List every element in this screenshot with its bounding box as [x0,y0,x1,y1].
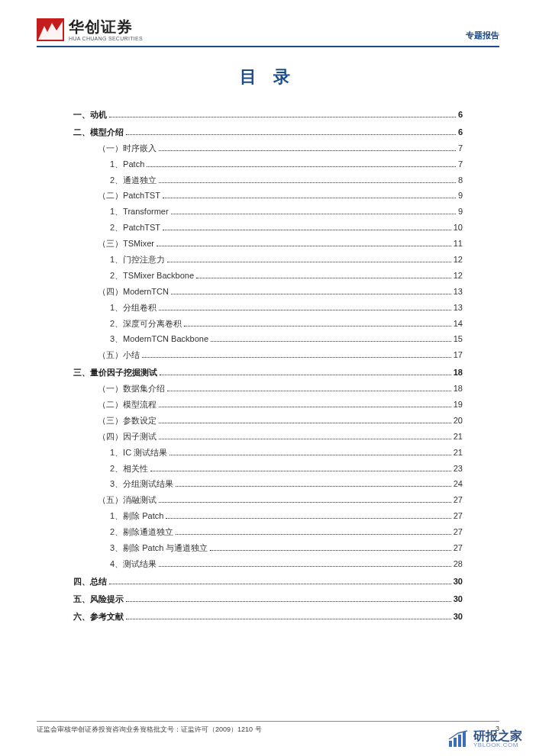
footer-license: 证监会审核华创证券投资咨询业务资格批文号：证监许可（2009）1210 号 [37,725,262,735]
toc-entry[interactable]: （一）时序嵌入7 [98,140,463,156]
toc-entry[interactable]: 三、量价因子挖掘测试18 [73,365,463,381]
toc-entry[interactable]: （三）参数设定20 [98,413,463,429]
watermark-icon [447,730,469,748]
toc-leader-dots [163,198,456,198]
toc-entry[interactable]: 1、Patch7 [110,156,463,172]
toc-leader-dots [109,117,456,117]
toc-entry-label: 2、PatchTST [110,220,160,236]
toc-entry[interactable]: 1、分组卷积13 [110,300,463,316]
toc-leader-dots [126,619,451,619]
toc-leader-dots [159,566,451,567]
toc-entry-label: 三、量价因子挖掘测试 [73,365,157,381]
toc-entry[interactable]: （一）数据集介绍18 [98,381,463,397]
toc-entry[interactable]: 3、ModernTCN Backbone15 [110,331,463,347]
toc-entry[interactable]: 2、通道独立8 [110,172,463,188]
toc-entry-page: 11 [454,236,463,252]
svg-rect-4 [458,735,461,747]
toc-entry-page: 8 [458,172,463,188]
document-type: 专题报告 [466,30,499,41]
toc-entry[interactable]: 四、总结30 [73,574,463,590]
toc-leader-dots [160,375,451,375]
toc-leader-dots [142,357,451,358]
toc-entry[interactable]: 二、模型介绍6 [73,124,463,140]
toc-entry-page: 6 [458,124,463,140]
toc-entry-label: （一）时序嵌入 [98,140,157,156]
toc-entry[interactable]: 1、Transformer9 [110,204,463,220]
toc-entry[interactable]: 2、TSMixer Backbone12 [110,268,463,284]
toc-entry-label: 1、门控注意力 [110,252,165,268]
toc-entry[interactable]: 4、测试结果28 [110,556,463,572]
toc-entry[interactable]: 3、剔除 Patch 与通道独立27 [110,540,463,556]
toc-entry[interactable]: （三）TSMixer11 [98,236,463,252]
toc-entry-label: 1、分组卷积 [110,300,157,316]
logo-icon [37,18,64,41]
toc-entry-page: 27 [454,524,463,540]
toc-entry-page: 17 [454,347,463,363]
toc-entry-page: 30 [454,591,463,607]
toc-entry-page: 19 [454,397,463,413]
toc-leader-dots [159,439,451,439]
toc-entry[interactable]: （五）小结17 [98,347,463,363]
toc-entry-label: 二、模型介绍 [73,124,124,140]
toc-entry[interactable]: 1、剔除 Patch27 [110,508,463,524]
toc-entry[interactable]: 2、深度可分离卷积14 [110,316,463,332]
toc-entry-label: （一）数据集介绍 [98,381,165,397]
toc-leader-dots [157,246,451,246]
toc-entry-page: 6 [458,107,463,123]
toc-entry-page: 20 [454,413,463,429]
toc-entry-label: 3、剔除 Patch 与通道独立 [110,540,208,556]
toc-entry[interactable]: （二）PatchTST9 [98,188,463,204]
toc-entry[interactable]: 一、动机6 [73,107,463,123]
toc-entry-label: （四）ModernTCN [98,284,169,300]
toc-entry-page: 9 [458,188,463,204]
toc-leader-dots [159,150,456,151]
toc-entry-page: 12 [454,252,463,268]
toc-entry-label: 一、动机 [73,107,107,123]
table-of-contents: 一、动机6二、模型介绍6（一）时序嵌入71、Patch72、通道独立8（二）Pa… [37,107,499,625]
toc-entry[interactable]: 2、剔除通道独立27 [110,524,463,540]
toc-entry-label: 3、ModernTCN Backbone [110,331,208,347]
toc-entry-label: （五）消融测试 [98,492,157,508]
toc-leader-dots [176,486,451,487]
toc-entry-page: 9 [458,204,463,220]
toc-leader-dots [126,134,456,135]
watermark: 研报之家 YBLOOK.COM [447,730,522,748]
toc-entry-label: （二）PatchTST [98,188,160,204]
toc-entry-label: （三）TSMixer [98,236,154,252]
toc-entry[interactable]: 2、相关性23 [110,461,463,477]
toc-entry[interactable]: 3、分组测试结果24 [110,476,463,492]
toc-entry[interactable]: （五）消融测试27 [98,492,463,508]
toc-entry[interactable]: 五、风险提示30 [73,591,463,607]
toc-leader-dots [126,601,451,602]
toc-leader-dots [211,341,451,342]
toc-entry-label: 2、TSMixer Backbone [110,268,194,284]
watermark-text: 研报之家 YBLOOK.COM [473,730,522,748]
toc-entry[interactable]: 1、门控注意力12 [110,252,463,268]
toc-entry-page: 13 [454,284,463,300]
toc-entry-page: 27 [454,492,463,508]
toc-entry-page: 18 [454,365,463,381]
toc-entry[interactable]: 2、PatchTST10 [110,220,463,236]
toc-leader-dots [159,310,451,310]
toc-entry-label: 2、剔除通道独立 [110,524,173,540]
svg-rect-3 [454,738,457,747]
toc-entry-label: 2、深度可分离卷积 [110,316,182,332]
toc-entry[interactable]: 1、IC 测试结果21 [110,445,463,461]
toc-leader-dots [184,326,451,327]
toc-entry[interactable]: （四）因子测试21 [98,429,463,445]
toc-leader-dots [176,534,451,535]
toc-entry-page: 30 [454,574,463,590]
svg-rect-2 [449,741,452,747]
toc-entry-page: 21 [454,445,463,461]
toc-entry-label: 2、通道独立 [110,172,157,188]
toc-entry-page: 24 [454,476,463,492]
toc-leader-dots [196,278,451,278]
toc-entry-page: 14 [454,316,463,332]
header: 华创证券 HUA CHUANG SECURITIES 专题报告 [37,18,499,47]
toc-entry-label: 1、IC 测试结果 [110,445,167,461]
toc-entry[interactable]: 六、参考文献30 [73,609,463,625]
toc-entry[interactable]: （二）模型流程19 [98,397,463,413]
toc-leader-dots [109,584,451,584]
toc-entry-page: 18 [454,381,463,397]
toc-entry[interactable]: （四）ModernTCN13 [98,284,463,300]
